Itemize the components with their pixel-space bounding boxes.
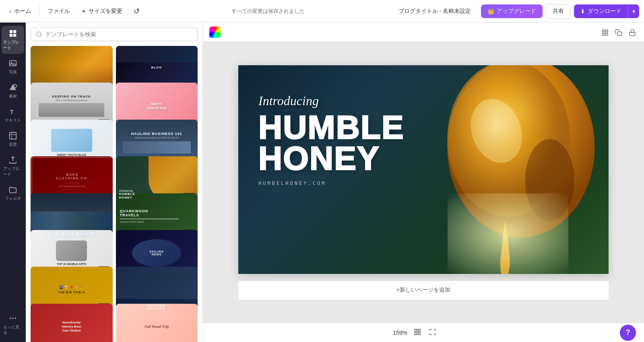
undo-button[interactable]: ↺ [129,4,144,18]
download-arrow-icon[interactable]: ▾ [628,5,639,18]
main-area: テンプレート 写真 素材 T テキスト [0,23,644,342]
add-page-area: +新しいページを追加 [238,280,609,300]
sidebar-item-photo[interactable]: 写真 [2,56,24,78]
doc-title-button[interactable]: ブログタイトル - 名称未設定 [392,5,478,18]
website-url: HUMBELHONEY.COM [258,180,405,186]
canvas-area: Introducing HUMBLE HONEY HUMBELHONEY.COM… [203,23,644,342]
download-button[interactable]: ⬇ ダウンロード ▾ [574,4,639,18]
copy-icon [615,29,622,36]
canvas-bottom-bar: 159% ? [203,323,644,342]
topbar-left: ‹ ホーム ファイル ✦ サイズを変更 ↺ [5,4,144,18]
svg-point-10 [12,317,14,319]
grid-view-icon [414,328,421,336]
sidebar-item-element[interactable]: 素材 [2,80,24,102]
sidebar-icons: テンプレート 写真 素材 T テキスト [0,23,26,342]
sidebar-item-folder[interactable]: フォルダ [2,182,24,205]
introducing-text: Introducing [258,93,405,108]
resize-button[interactable]: ✦ サイズを変更 [76,5,127,17]
more-icon [8,314,17,323]
search-icon [36,31,42,37]
color-spectrum-icon[interactable] [209,27,221,38]
zoom-controls: 159% [393,327,438,338]
svg-point-12 [37,32,41,36]
home-button[interactable]: ‹ ホーム [5,5,36,17]
svg-point-11 [15,317,17,319]
grid-icon [8,29,17,38]
grid-view-button[interactable] [412,327,423,338]
svg-rect-26 [418,333,420,335]
topbar-right: ブログタイトル - 名称未設定 👑 アップグレード 共有 ⬇ ダウンロード ▾ [392,4,639,19]
sidebar-text-label: テキスト [5,118,21,123]
sidebar-item-text[interactable]: T テキスト [2,104,24,126]
svg-rect-25 [415,333,417,335]
upgrade-button[interactable]: 👑 アップグレード [481,4,543,18]
main-title: HUMBLE HONEY [258,112,405,174]
fullscreen-icon [429,328,436,336]
svg-rect-3 [13,34,16,37]
sidebar-more-label: もっと見る [3,324,23,336]
photo-icon [8,59,17,68]
svg-rect-13 [602,30,604,32]
help-button[interactable]: ? [620,325,636,341]
add-page-button[interactable]: +新しいページを追加 [396,286,450,294]
svg-rect-17 [618,32,622,36]
sidebar-bg-label: 背景 [9,142,17,147]
fullscreen-button[interactable] [427,327,438,338]
template-search [26,23,202,46]
resize-icon: ✦ [81,8,86,15]
template-panel: BLOG 無料 KEEPING ON TRACK This is my frie… [26,23,203,342]
divider [39,6,39,17]
sidebar-item-background[interactable]: 背景 [2,128,24,151]
template-card-news[interactable]: News/Events/Industry Buzz/Case Studies/ [31,304,113,342]
share-button[interactable]: 共有 [546,4,571,19]
undo-icon: ↺ [134,7,140,16]
svg-rect-16 [606,33,608,35]
frame-icon-button[interactable] [600,27,610,39]
zoom-level: 159% [393,330,407,336]
svg-rect-23 [415,329,417,331]
svg-rect-24 [418,329,420,331]
sidebar-template-label: テンプレート [3,39,23,51]
sidebar-upload-label: アップロード [3,166,23,177]
sidebar-item-template[interactable]: テンプレート [2,26,24,54]
sidebar-folder-label: フォルダ [5,196,21,201]
canvas-corner-icons [600,27,638,39]
sidebar-item-upload[interactable]: アップロード [2,152,24,180]
home-label: ホーム [14,8,31,15]
canvas-toolbar [203,23,644,42]
crown-icon: 👑 [487,8,494,15]
shape-icon [8,83,17,92]
doc-title: ブログタイトル - 名称未設定 [398,8,471,14]
canvas-frame[interactable]: Introducing HUMBLE HONEY HUMBELHONEY.COM [238,65,609,274]
svg-point-6 [14,85,17,87]
sidebar-element-label: 素材 [9,93,17,99]
copy-icon-button[interactable] [613,27,624,39]
sidebar-photo-label: 写真 [9,69,17,75]
resize-label: サイズを変更 [89,8,122,15]
svg-text:T: T [10,109,14,115]
text-icon: T [8,107,17,116]
lock-icon [629,29,636,36]
file-button[interactable]: ファイル [43,5,75,17]
svg-rect-0 [10,30,12,33]
sidebar-item-more[interactable]: もっと見る [2,311,24,339]
svg-rect-14 [606,30,608,32]
download-icon: ⬇ [580,8,585,15]
template-grid: BLOG 無料 KEEPING ON TRACK This is my frie… [26,46,202,342]
file-label: ファイル [47,8,70,15]
svg-point-22 [525,139,574,221]
search-box [31,27,198,41]
svg-rect-8 [10,133,17,139]
svg-rect-2 [10,34,12,37]
upload-icon [8,155,17,164]
svg-rect-15 [602,33,604,35]
search-input[interactable] [45,31,192,37]
lock-icon-button[interactable] [627,27,638,39]
frame-icon [601,29,609,36]
svg-point-9 [10,317,11,319]
canvas-wrapper: Introducing HUMBLE HONEY HUMBELHONEY.COM… [238,65,609,300]
canvas-content[interactable]: Introducing HUMBLE HONEY HUMBELHONEY.COM… [203,42,644,323]
svg-rect-18 [630,32,635,35]
svg-rect-1 [13,30,16,33]
folder-icon [8,185,17,194]
